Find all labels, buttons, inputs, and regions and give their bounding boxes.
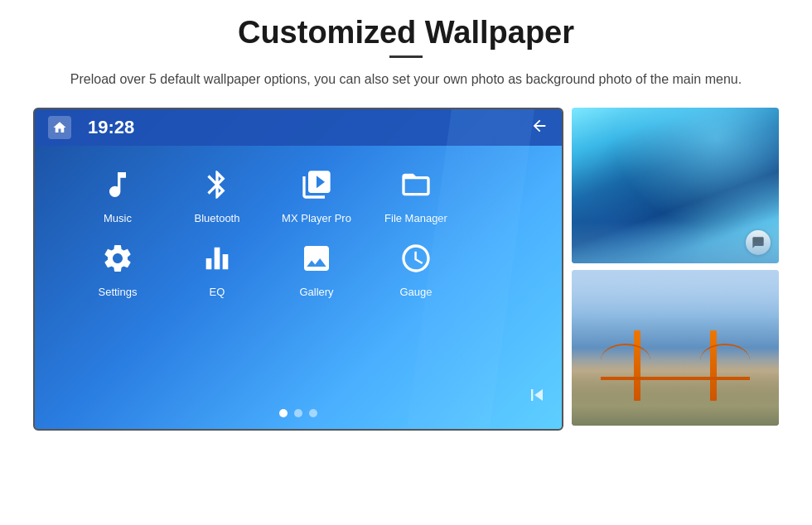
mxplayer-icon (294, 162, 339, 207)
page-subtitle: Preload over 5 default wallpaper options… (70, 70, 742, 89)
dot-3[interactable] (309, 409, 317, 417)
gallery-label: Gallery (299, 286, 333, 298)
filemanager-label: File Manager (384, 212, 447, 224)
gallery-icon (294, 236, 339, 281)
filemanager-icon (394, 162, 438, 207)
eq-icon (195, 236, 239, 281)
app-settings[interactable]: Settings (68, 236, 167, 298)
app-mxplayer[interactable]: MX Player Pro (267, 162, 366, 224)
right-panel (512, 146, 562, 429)
eq-label: EQ (210, 286, 225, 298)
dot-2[interactable] (294, 409, 302, 417)
back-button[interactable] (530, 117, 549, 139)
fog-layer (572, 270, 779, 320)
bridge-illustration (592, 318, 758, 401)
app-grid: Music Bluetooth (35, 146, 562, 318)
bridge-deck (601, 377, 750, 380)
prev-button[interactable] (525, 383, 549, 412)
gauge-label: Gauge (399, 286, 432, 298)
settings-label: Settings (99, 286, 138, 298)
screen-mockup: 19:28 (33, 108, 563, 431)
bluetooth-label: Bluetooth (195, 212, 240, 224)
page-title: Customized Wallpaper (238, 15, 574, 51)
settings-icon (95, 236, 140, 281)
app-filemanager[interactable]: File Manager (366, 162, 466, 224)
mxplayer-label: MX Player Pro (282, 212, 351, 224)
home-button[interactable] (48, 116, 71, 139)
dot-1[interactable] (279, 409, 288, 417)
bluetooth-icon (195, 162, 239, 207)
app-gallery[interactable]: Gallery (267, 236, 366, 298)
gauge-icon (394, 236, 438, 281)
status-time: 19:28 (88, 117, 134, 138)
status-bar: 19:28 (35, 109, 562, 146)
music-label: Music (104, 212, 132, 224)
app-eq[interactable]: EQ (167, 236, 267, 298)
wallpaper-thumb-ice-cave[interactable] (572, 108, 779, 263)
page-wrapper: Customized Wallpaper Preload over 5 defa… (0, 0, 812, 525)
music-icon (95, 162, 140, 207)
app-bluetooth[interactable]: Bluetooth (167, 162, 267, 224)
app-gauge[interactable]: Gauge (366, 236, 466, 298)
bridge-cable-left (601, 344, 650, 377)
wallpaper-thumbnails (572, 108, 779, 426)
title-underline (389, 55, 423, 58)
app-music[interactable]: Music (68, 162, 167, 224)
app-row-1: Music Bluetooth (35, 162, 562, 236)
app-row-2: Settings EQ (35, 236, 562, 310)
bridge-cable-right (700, 344, 750, 377)
wallpaper-thumb-golden-gate[interactable] (572, 270, 779, 426)
pagination-dots (279, 409, 317, 417)
notification-badge (746, 230, 771, 255)
content-row: 19:28 (33, 108, 779, 431)
